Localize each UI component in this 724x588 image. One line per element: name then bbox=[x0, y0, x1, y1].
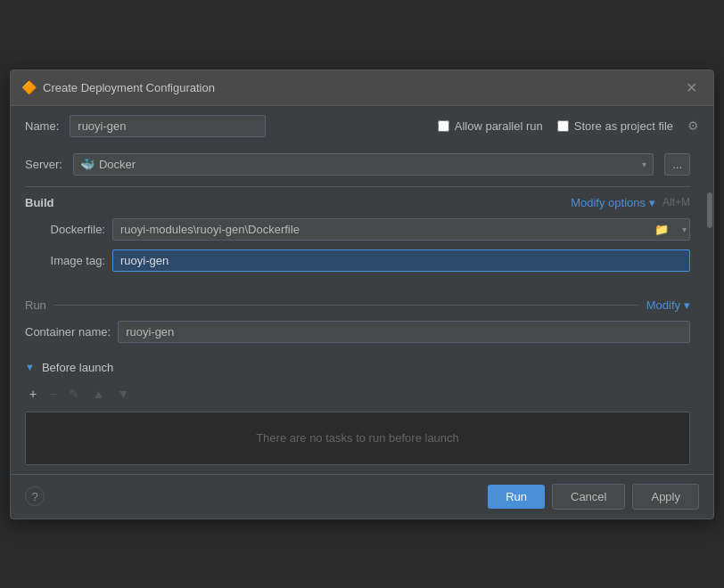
image-tag-label: Image tag: bbox=[25, 254, 105, 267]
edit-task-button[interactable]: ✎ bbox=[64, 385, 84, 403]
run-button[interactable]: Run bbox=[488, 485, 545, 509]
modify-options-area: Modify options ▾ Alt+M bbox=[571, 196, 690, 209]
run-section-title: Run bbox=[25, 298, 46, 312]
before-launch-header: ▼ Before launch bbox=[25, 361, 690, 374]
build-section: Build Modify options ▾ Alt+M Dockerfile: bbox=[11, 187, 704, 290]
apply-button[interactable]: Apply bbox=[632, 484, 699, 510]
name-input[interactable] bbox=[70, 115, 266, 137]
shortcut-hint: Alt+M bbox=[662, 196, 690, 208]
store-project-checkbox[interactable] bbox=[557, 120, 569, 132]
container-name-row: Container name: bbox=[25, 321, 690, 343]
modify-options-button[interactable]: Modify options ▾ bbox=[571, 196, 655, 209]
image-tag-input[interactable] bbox=[112, 249, 690, 272]
server-select-wrapper: 🐳 Docker ▾ bbox=[73, 153, 654, 176]
name-label: Name: bbox=[25, 119, 59, 133]
dockerfile-input-wrapper: 📁 ▾ bbox=[112, 218, 690, 241]
before-launch-section: ▼ Before launch + − ✎ ▲ ▼ There are no t… bbox=[11, 361, 704, 474]
build-section-header: Build Modify options ▾ Alt+M bbox=[25, 196, 690, 209]
help-button[interactable]: ? bbox=[25, 486, 45, 506]
run-section-header: Run Modify ▾ bbox=[25, 298, 690, 312]
footer: ? Run Cancel Apply bbox=[11, 474, 713, 519]
run-section: Run Modify ▾ Container name: bbox=[11, 290, 704, 361]
server-label: Server: bbox=[25, 158, 62, 171]
server-row: Server: 🐳 Docker ▾ ... bbox=[11, 146, 704, 186]
scrollbar-thumb[interactable] bbox=[707, 192, 712, 228]
before-launch-title: Before launch bbox=[42, 361, 113, 374]
cancel-button[interactable]: Cancel bbox=[552, 484, 625, 510]
chevron-down-icon: ▾ bbox=[649, 196, 655, 209]
docker-icon: 🐳 bbox=[80, 158, 95, 171]
dockerfile-row: Dockerfile: 📁 ▾ bbox=[25, 218, 690, 241]
build-section-title: Build bbox=[25, 196, 54, 209]
container-name-label: Container name: bbox=[25, 325, 111, 339]
more-button[interactable]: ... bbox=[664, 153, 690, 176]
dockerfile-input[interactable] bbox=[112, 218, 690, 241]
gear-icon[interactable]: ⚙ bbox=[687, 118, 699, 133]
title-bar: 🔶 Create Deployment Configuration ✕ bbox=[11, 70, 713, 106]
dropdown-icon[interactable]: ▾ bbox=[682, 225, 687, 234]
dialog-inner: Server: 🐳 Docker ▾ ... Build Mod bbox=[11, 146, 713, 474]
add-task-button[interactable]: + bbox=[25, 385, 41, 403]
launch-tasks-area: There are no tasks to run before launch bbox=[25, 412, 690, 465]
store-project-label[interactable]: Store as project file bbox=[557, 119, 673, 133]
container-name-input[interactable] bbox=[118, 321, 690, 343]
run-divider bbox=[53, 305, 639, 306]
content-area: Server: 🐳 Docker ▾ ... Build Mod bbox=[11, 146, 713, 474]
image-tag-input-wrapper bbox=[112, 249, 690, 272]
before-launch-toolbar: + − ✎ ▲ ▼ bbox=[25, 381, 690, 406]
folder-icon[interactable]: 📁 bbox=[654, 223, 669, 236]
server-select[interactable]: Docker bbox=[73, 153, 654, 176]
move-up-button[interactable]: ▲ bbox=[87, 385, 109, 403]
allow-parallel-checkbox[interactable] bbox=[438, 120, 449, 132]
dialog-title: Create Deployment Configuration bbox=[43, 81, 680, 94]
run-modify-button[interactable]: Modify ▾ bbox=[646, 298, 690, 312]
image-tag-row: Image tag: bbox=[25, 249, 690, 272]
top-bar: Name: Allow parallel run Store as projec… bbox=[11, 106, 713, 146]
allow-parallel-label[interactable]: Allow parallel run bbox=[438, 119, 543, 133]
collapse-icon[interactable]: ▼ bbox=[25, 362, 35, 372]
dockerfile-label: Dockerfile: bbox=[25, 223, 105, 236]
app-icon: 🔶 bbox=[21, 80, 36, 94]
close-button[interactable]: ✕ bbox=[680, 78, 703, 98]
chevron-down-icon: ▾ bbox=[684, 298, 690, 312]
top-options: Allow parallel run Store as project file… bbox=[438, 118, 699, 133]
container-name-input-wrapper bbox=[118, 321, 690, 343]
scrollbar-track[interactable] bbox=[706, 189, 713, 424]
empty-tasks-text: There are no tasks to run before launch bbox=[256, 431, 459, 445]
move-down-button[interactable]: ▼ bbox=[112, 385, 134, 403]
remove-task-button[interactable]: − bbox=[45, 385, 61, 403]
